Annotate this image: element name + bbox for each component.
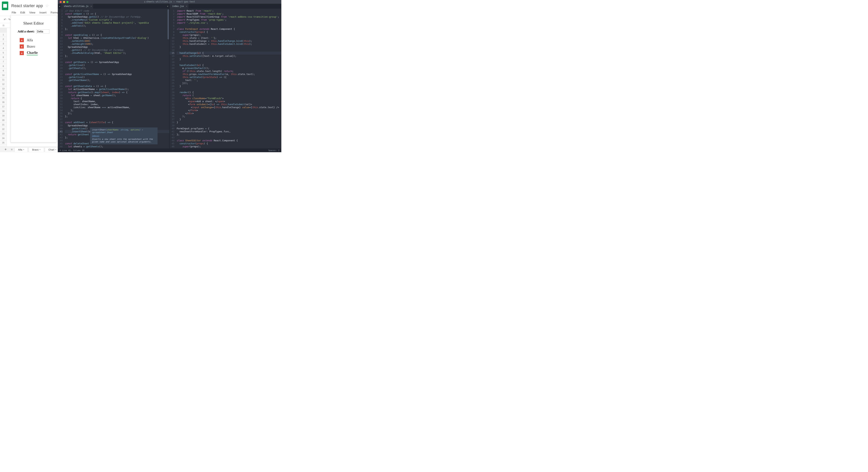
file-tab-right[interactable]: index.jsx×	[169, 4, 189, 9]
menu-item[interactable]: Edit	[20, 11, 25, 14]
sheet-editor-dialog: Sheet Editor Add a sheet: xAlfaxBravoxCh…	[10, 15, 57, 142]
row-header[interactable]	[0, 28, 6, 32]
menu-item[interactable]: View	[29, 11, 35, 14]
row-header[interactable]: 2	[0, 37, 6, 41]
sheet-tab[interactable]: Bravo ▾	[29, 147, 44, 152]
row-header[interactable]: 25	[0, 140, 6, 145]
row-header[interactable]: 4	[0, 46, 6, 50]
row-header[interactable]: 23	[0, 131, 6, 136]
row-header[interactable]: 16	[0, 100, 6, 104]
row-header[interactable]: 19	[0, 113, 6, 118]
row-header[interactable]: 22	[0, 127, 6, 131]
code-editor-window: ▯sheets-utilities.js — react-gas-test ◀ …	[58, 0, 281, 152]
row-header[interactable]: 10	[0, 73, 6, 77]
row-header[interactable]: 8	[0, 64, 6, 68]
row-header[interactable]: 18	[0, 109, 6, 113]
tab-strip: ◀ sheets-utilities.js× ▼ index.jsx×	[58, 4, 281, 9]
row-header[interactable]: 3	[0, 41, 6, 46]
gutter-right: 1234567891011121314151617181920212223242…	[169, 9, 176, 148]
row-header[interactable]: 24	[0, 136, 6, 140]
row-header[interactable]: 7	[0, 60, 6, 64]
status-bar: ⌘ Line 41, Column 18 Spaces: 2	[58, 148, 281, 152]
all-sheets-icon[interactable]: ≡	[10, 148, 14, 151]
list-item: xAlfa	[20, 38, 57, 42]
redo-icon[interactable]: ↷	[8, 18, 10, 21]
row-header[interactable]: 5	[0, 50, 6, 55]
docs-link[interactable]: [docs]	[92, 135, 156, 137]
file-icon: ▯	[144, 0, 145, 3]
tab-arrow-left-icon[interactable]: ◀	[58, 4, 61, 9]
dialog-title: Sheet Editor	[11, 15, 57, 29]
sheet-name-label[interactable]: Charlie	[27, 51, 38, 55]
menu-item[interactable]: File	[12, 11, 16, 14]
sheet-tab[interactable]: Alfa ▾	[14, 147, 28, 152]
gutter-left: 1234567891011121314151617181920212223242…	[58, 9, 64, 148]
window-title: ▯sheets-utilities.js — react-gas-test	[58, 0, 281, 3]
row-header[interactable]: 11	[0, 77, 6, 82]
autocomplete-tooltip: insertSheet(sheetName: string, options) …	[90, 128, 158, 144]
list-item: xCharlie	[20, 51, 57, 55]
terminal-icon[interactable]: ⌘	[60, 149, 61, 151]
menu-item[interactable]: Forma	[51, 11, 59, 14]
code-right[interactable]: import React from 'react'; import ReactD…	[176, 9, 281, 148]
row-header[interactable]: 21	[0, 123, 6, 127]
file-tab-left[interactable]: sheets-utilities.js×	[61, 4, 94, 9]
delete-sheet-button[interactable]: x	[20, 38, 24, 42]
delete-sheet-button[interactable]: x	[20, 51, 24, 55]
list-item: xBravo	[20, 44, 57, 48]
indent-setting[interactable]: Spaces: 2	[268, 149, 279, 151]
row-header[interactable]: 17	[0, 104, 6, 109]
sheet-name-label[interactable]: Bravo	[27, 45, 35, 48]
close-tab-icon[interactable]: ×	[186, 5, 187, 7]
close-tab-icon[interactable]: ×	[91, 5, 92, 7]
cursor-position: Line 41, Column 18	[62, 149, 84, 151]
tooltip-desc: Inserts a new sheet into the spreadsheet…	[92, 138, 153, 143]
new-sheet-input[interactable]	[36, 29, 50, 34]
sheet-name-label[interactable]: Alfa	[27, 38, 33, 42]
window-controls: ▯sheets-utilities.js — react-gas-test	[58, 0, 281, 4]
row-header[interactable]: 6	[0, 55, 6, 60]
delete-sheet-button[interactable]: x	[20, 44, 24, 48]
row-header[interactable]: 15	[0, 95, 6, 100]
add-sheet-label: Add a sheet:	[18, 30, 35, 33]
row-header[interactable]: 1	[0, 32, 6, 37]
fx-label: fx	[3, 24, 4, 27]
document-title[interactable]: React starter app	[11, 3, 43, 8]
editor-pane-right[interactable]: 1234567891011121314151617181920212223242…	[169, 9, 281, 148]
editor-pane-left[interactable]: 1234567891011121314151617181920212223242…	[58, 9, 169, 148]
sheets-logo-icon	[2, 1, 8, 10]
row-header[interactable]: 20	[0, 118, 6, 123]
row-headers: 1234567891011121314151617181920212223242…	[0, 28, 7, 148]
row-header[interactable]: 9	[0, 68, 6, 73]
menu-item[interactable]: Insert	[39, 11, 46, 14]
tab-arrow-down-icon[interactable]: ▼	[166, 4, 169, 9]
sheet-list: xAlfaxBravoxCharlie	[11, 38, 57, 55]
star-icon[interactable]: ☆	[45, 3, 49, 8]
undo-icon[interactable]: ↶	[4, 18, 6, 21]
row-header[interactable]: 13	[0, 87, 6, 91]
row-header[interactable]: 12	[0, 82, 6, 87]
scrollbar[interactable]	[167, 9, 169, 39]
add-sheet-button[interactable]: +	[2, 147, 9, 151]
row-header[interactable]: 14	[0, 91, 6, 95]
